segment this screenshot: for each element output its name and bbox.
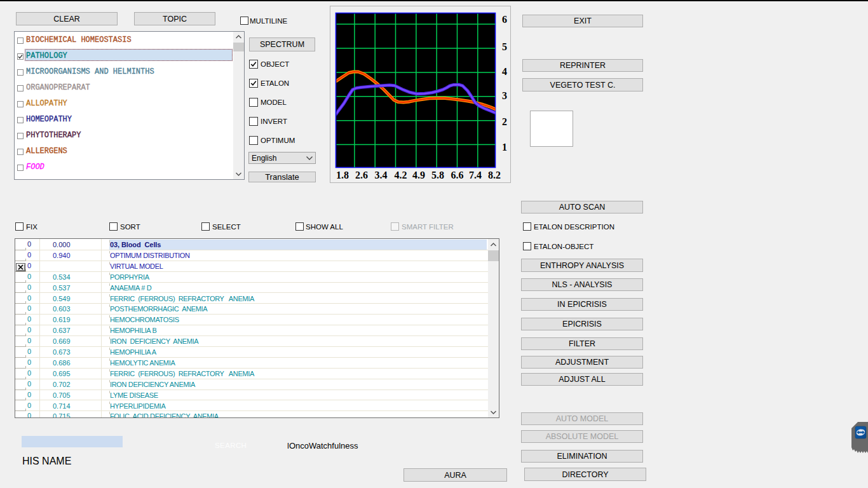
svg-text:4: 4: [502, 66, 507, 77]
svg-text:4.2: 4.2: [395, 170, 407, 180]
svg-text:4.9: 4.9: [412, 170, 425, 180]
svg-text:5: 5: [502, 41, 507, 52]
svg-text:1: 1: [502, 142, 507, 152]
svg-text:2.6: 2.6: [355, 170, 368, 180]
svg-text:3: 3: [502, 90, 507, 101]
svg-text:7.4: 7.4: [469, 170, 482, 180]
svg-text:6: 6: [502, 14, 507, 25]
svg-text:3.4: 3.4: [375, 170, 388, 180]
svg-text:1.8: 1.8: [336, 170, 349, 180]
svg-text:8.2: 8.2: [488, 170, 501, 180]
svg-text:6.6: 6.6: [451, 170, 464, 180]
svg-text:2: 2: [502, 116, 507, 127]
svg-text:5.8: 5.8: [431, 170, 444, 180]
